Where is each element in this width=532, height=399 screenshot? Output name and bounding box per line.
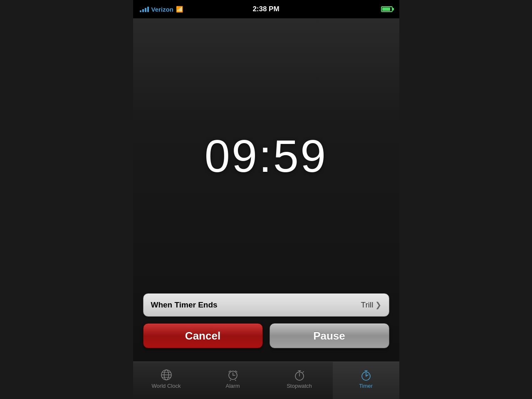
status-right — [381, 6, 393, 12]
status-bar: Verizon 📶 2:38 PM — [133, 0, 399, 18]
battery-icon — [381, 6, 393, 12]
svg-line-11 — [235, 380, 236, 381]
wifi-icon: 📶 — [176, 6, 183, 12]
timer-tab-label: Timer — [359, 383, 373, 389]
timer-display: 09:59 — [133, 18, 399, 293]
buttons-row: Cancel Pause — [143, 323, 389, 348]
signal-bars-icon — [140, 6, 149, 12]
status-time: 2:38 PM — [252, 5, 279, 13]
main-content: 09:59 When Timer Ends Trill ❯ Cancel Pau… — [133, 18, 399, 362]
tab-bar: World Clock Alarm St — [133, 362, 399, 399]
phone-container: Verizon 📶 2:38 PM 09:59 When Timer Ends … — [133, 0, 399, 399]
carrier-name: Verizon — [151, 6, 173, 13]
tab-alarm[interactable]: Alarm — [200, 362, 266, 399]
svg-line-16 — [303, 372, 304, 372]
battery-fill — [382, 7, 391, 11]
cancel-button-label: Cancel — [185, 330, 220, 342]
tab-stopwatch[interactable]: Stopwatch — [266, 362, 333, 399]
svg-line-10 — [230, 380, 231, 381]
chevron-right-icon: ❯ — [375, 300, 381, 310]
timer-ends-value: Trill ❯ — [361, 300, 381, 310]
timer-ends-sound: Trill — [361, 300, 374, 310]
pause-button-label: Pause — [313, 330, 345, 342]
timer-ends-label: When Timer Ends — [151, 300, 218, 310]
controls-section: When Timer Ends Trill ❯ Cancel Pause — [133, 293, 399, 362]
when-timer-ends-row[interactable]: When Timer Ends Trill ❯ — [143, 293, 389, 317]
timer-time: 09:59 — [205, 129, 327, 182]
tab-timer[interactable]: Timer — [333, 362, 399, 399]
timer-icon — [360, 369, 372, 381]
stopwatch-tab-label: Stopwatch — [287, 383, 312, 389]
stopwatch-icon — [293, 369, 306, 381]
world-clock-tab-label: World Clock — [152, 383, 181, 389]
pause-button[interactable]: Pause — [270, 323, 389, 348]
alarm-icon — [227, 369, 239, 381]
alarm-tab-label: Alarm — [226, 383, 240, 389]
tab-world-clock[interactable]: World Clock — [133, 362, 200, 399]
globe-icon — [160, 369, 173, 381]
status-left: Verizon 📶 — [140, 6, 183, 13]
cancel-button[interactable]: Cancel — [143, 323, 263, 348]
